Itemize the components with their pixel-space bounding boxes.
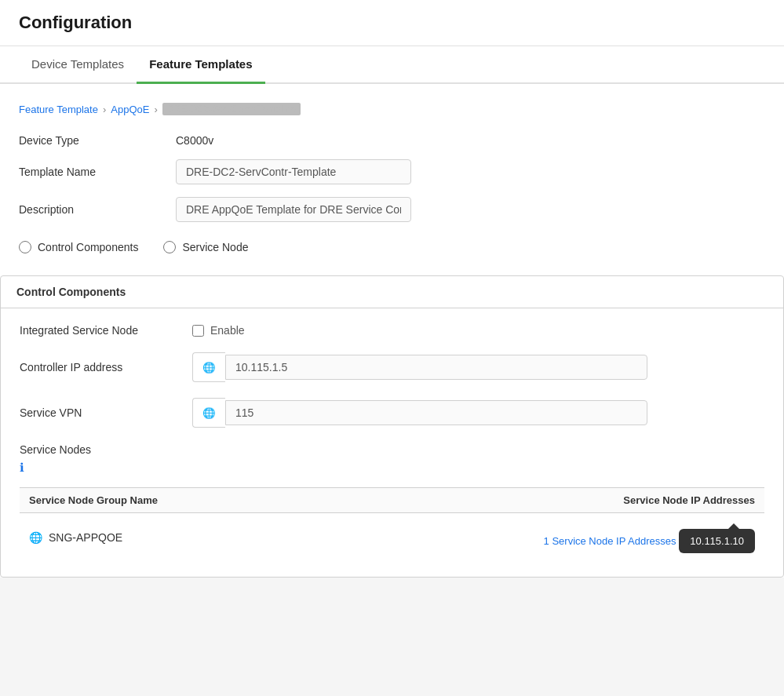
- row-globe-icon: 🌐: [29, 531, 42, 544]
- radio-service-node-input[interactable]: [163, 241, 176, 253]
- device-type-row: Device Type C8000v: [19, 134, 765, 147]
- tab-feature-templates[interactable]: Feature Templates: [137, 46, 264, 84]
- template-name-row: Template Name: [19, 159, 765, 184]
- content-area: Feature Template › AppQoE › DRE-DC2-Serv…: [0, 84, 784, 578]
- controller-ip-input[interactable]: [225, 355, 647, 380]
- service-vpn-input-group: 🌐: [192, 398, 647, 428]
- service-vpn-input[interactable]: [225, 400, 647, 425]
- tab-device-templates[interactable]: Device Templates: [19, 46, 137, 84]
- ip-addresses-cell: 1 Service Node IP Addresses 10.115.1.10: [311, 513, 764, 562]
- tooltip-text: 10.115.1.10: [690, 535, 744, 547]
- controller-ip-input-group: 🌐: [192, 352, 647, 382]
- page-title: Configuration: [19, 13, 765, 33]
- breadcrumb-current: DRE-DC2-ServContr-Template: [162, 103, 301, 115]
- page-header: Configuration: [0, 0, 784, 46]
- service-nodes-title: Service Nodes: [20, 443, 764, 456]
- breadcrumb: Feature Template › AppQoE › DRE-DC2-Serv…: [19, 103, 765, 115]
- breadcrumb-appqoe[interactable]: AppQoE: [111, 104, 149, 115]
- col-ip-addresses: Service Node IP Addresses: [311, 488, 764, 513]
- template-name-input[interactable]: [176, 159, 411, 184]
- breadcrumb-sep2: ›: [154, 104, 157, 115]
- service-nodes-table: Service Node Group Name Service Node IP …: [20, 487, 764, 561]
- service-vpn-label: Service VPN: [20, 406, 192, 419]
- integrated-service-node-row: Integrated Service Node Enable: [20, 324, 764, 337]
- table-row: 🌐 SNG-APPQOE 1 Service Node IP Addresses: [20, 513, 764, 562]
- device-type-label: Device Type: [19, 134, 176, 147]
- integrated-service-node-label: Integrated Service Node: [20, 324, 192, 337]
- col-group-name: Service Node Group Name: [20, 488, 311, 513]
- device-type-value: C8000v: [176, 134, 213, 147]
- ip-addresses-link[interactable]: 1 Service Node IP Addresses: [544, 535, 676, 547]
- radio-service-node[interactable]: Service Node: [163, 241, 248, 253]
- globe-icon: 🌐: [202, 362, 216, 374]
- description-label: Description: [19, 203, 176, 216]
- tooltip-wrapper: 10.115.1.10: [679, 526, 755, 553]
- globe-icon-2: 🌐: [202, 407, 216, 419]
- description-row: Description: [19, 197, 765, 222]
- sng-name: SNG-APPQOE: [49, 531, 122, 544]
- info-icon[interactable]: ℹ: [20, 461, 764, 475]
- service-vpn-globe-button[interactable]: 🌐: [192, 398, 225, 428]
- radio-service-node-label: Service Node: [182, 241, 248, 253]
- breadcrumb-sep1: ›: [103, 104, 106, 115]
- section-body: Integrated Service Node Enable Controlle…: [1, 308, 783, 577]
- service-vpn-row: Service VPN 🌐: [20, 398, 764, 428]
- radio-control-components-label: Control Components: [38, 241, 138, 253]
- tooltip-box: 10.115.1.10: [679, 529, 755, 553]
- enable-checkbox[interactable]: [192, 325, 204, 337]
- radio-control-components[interactable]: Control Components: [19, 241, 138, 253]
- sng-name-cell: 🌐 SNG-APPQOE: [20, 513, 311, 562]
- controller-ip-row: Controller IP address 🌐: [20, 352, 764, 382]
- enable-checkbox-row: Enable: [192, 324, 245, 337]
- section-header: Control Components: [1, 276, 783, 308]
- tabs-bar: Device Templates Feature Templates: [0, 46, 784, 84]
- tooltip-container: 1 Service Node IP Addresses 10.115.1.10: [544, 521, 755, 553]
- control-components-section: Control Components Integrated Service No…: [0, 275, 784, 578]
- radio-control-components-input[interactable]: [19, 241, 31, 253]
- description-input[interactable]: [176, 197, 411, 222]
- controller-ip-globe-button[interactable]: 🌐: [192, 352, 225, 382]
- breadcrumb-feature-template[interactable]: Feature Template: [19, 104, 98, 115]
- controller-ip-label: Controller IP address: [20, 361, 192, 374]
- enable-label: Enable: [210, 324, 245, 337]
- form-section: Device Type C8000v Template Name Descrip…: [19, 134, 765, 222]
- service-nodes-section: Service Nodes ℹ Service Node Group Name …: [20, 443, 764, 561]
- tooltip-arrow: [728, 523, 739, 529]
- template-name-label: Template Name: [19, 166, 176, 178]
- radio-group: Control Components Service Node: [19, 241, 765, 253]
